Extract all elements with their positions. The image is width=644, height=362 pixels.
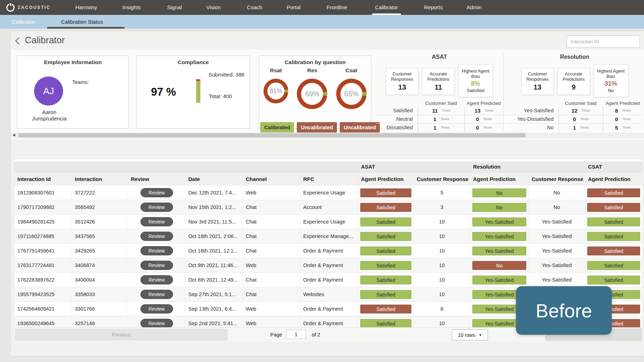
cell-resolution-agent-prediction: Yes-Satisfied (470, 273, 529, 287)
subnav-module-label[interactable]: Calibrator (12, 15, 35, 29)
asat-summary-section: ASAT Customer Responses13Accurate Predic… (376, 53, 503, 134)
compliance-total: Total: 400 (209, 93, 232, 99)
cell-resolution-agent-prediction-chip: Yes-Satisfied (472, 247, 526, 255)
nav-item-signal[interactable]: Signal (167, 0, 182, 15)
cell-review: Review (128, 273, 185, 287)
review-button[interactable]: Review (140, 319, 173, 328)
review-button[interactable]: Review (140, 275, 173, 284)
review-button[interactable]: Review (140, 203, 173, 212)
cell-resolution-agent-prediction: No (470, 186, 529, 200)
teams-label: Teams: (72, 79, 89, 85)
rows-per-page-select[interactable]: 10 rows ▼ (452, 329, 488, 340)
sub-nav: Calibrator Calibration Status (0, 15, 644, 29)
nav-item-portal[interactable]: Portal (287, 0, 300, 15)
review-button[interactable]: Review (140, 188, 173, 197)
cell-asat-agent-prediction: Satisfied (358, 215, 414, 229)
gauge-rsat: Rsat81% (263, 67, 288, 103)
table-row: 17622838976223400004ReviewOct 8th 2021, … (15, 273, 643, 287)
asat-highest-agent-bias: Highest Agent Bias8%Satisfied (458, 64, 493, 97)
before-label: Before (535, 300, 592, 322)
cell-channel: Chat (243, 244, 300, 258)
cell-csat-agent-prediction-chip: Satisfied (587, 247, 640, 255)
avatar: AJ (34, 77, 63, 106)
nav-item-insights[interactable]: Insights (122, 0, 141, 15)
column-header-interaction-id-0: Interaction Id (15, 172, 72, 186)
brand-logo[interactable]: zacoustic (6, 0, 51, 15)
cell-resolution-customer-response: Yes-Satisfied (529, 258, 585, 272)
review-button[interactable]: Review (140, 261, 173, 270)
table-row: 17907172098823565492ReviewNov 15th 2021,… (15, 200, 643, 215)
cell-review: Review (128, 244, 185, 258)
cell-date: Oct 8th 2021, 12:49... (185, 273, 243, 287)
asat-row-value: 0Times (465, 123, 503, 132)
nav-item-reports[interactable]: Reports (424, 0, 443, 15)
page-label: Page (270, 328, 282, 342)
table-header-row: Interaction IdInteractionReviewDateChann… (15, 172, 643, 186)
cell-resolution-agent-prediction: No (470, 200, 529, 214)
review-button[interactable]: Review (140, 232, 173, 241)
table-row: 17631777244813406874ReviewOct 9th 2021, … (15, 258, 643, 273)
review-button[interactable]: Review (140, 304, 173, 313)
review-button[interactable]: Review (140, 290, 173, 299)
gauge-ring-rsat: 81% (263, 79, 288, 103)
nav-item-admin[interactable]: Admin (467, 0, 482, 15)
cell-interaction-id: 1767751459641 (15, 244, 72, 258)
cell-interaction: 3727222 (72, 186, 128, 200)
previous-button[interactable]: Previous (15, 329, 228, 341)
cell-asat-customer-response: 10 (414, 258, 470, 272)
top-nav: zacoustic HarmonyInsightsSignalVisionCoa… (0, 0, 644, 15)
scroll-left-arrow-icon[interactable]: ◀ (12, 133, 15, 137)
review-button[interactable]: Review (140, 217, 173, 226)
resolution-title: Resolution (505, 54, 644, 60)
cell-asat-agent-prediction: Satisfied (358, 186, 414, 200)
column-header-customer-response-9: Customer Response (529, 172, 585, 186)
scrollbar-thumb[interactable] (18, 133, 526, 137)
nav-item-harmony[interactable]: Harmony (76, 0, 97, 15)
cell-csat-agent-prediction: Satisfied (585, 200, 643, 214)
cell-interaction: 3437565 (72, 229, 128, 243)
cell-csat-agent-prediction-chip: Satisfied (587, 261, 640, 270)
cell-asat-agent-prediction: Satisfied (358, 287, 414, 301)
cell-resolution-agent-prediction-chip: No (472, 203, 526, 212)
cell-asat-agent-prediction-chip: Satisfied (360, 261, 411, 270)
cell-resolution-agent-prediction: Yes-Satisfied (470, 215, 529, 229)
cell-interaction: 3400004 (72, 273, 128, 287)
gauge-csat: Csat65% (336, 67, 367, 109)
rows-per-page-value: 10 rows (458, 332, 475, 338)
cell-rfc: Account (300, 200, 358, 214)
cell-review: Review (128, 186, 185, 200)
compliance-submitted: Submitted: 388 (209, 72, 244, 78)
page-of-label: of 2 (312, 328, 320, 342)
review-button[interactable]: Review (140, 246, 173, 255)
interaction-id-input[interactable] (567, 35, 640, 47)
cell-channel: Web (243, 186, 300, 200)
asat-stat-accurate-predictions: Accurate Predictions11 (422, 68, 455, 95)
brand-name: zacoustic (18, 5, 51, 10)
asat-col-agent-predicted: Agent Predicted (465, 100, 503, 107)
cell-review: Review (128, 302, 185, 316)
asat-row-value: 11Times (418, 107, 465, 115)
resolution-row-label: Yes-Dissatisfied (505, 115, 559, 123)
asat-stat-customer-responses: Customer Responses13 (386, 68, 418, 95)
cell-resolution-agent-prediction: Yes-Satisfied (470, 244, 529, 258)
nav-item-vision[interactable]: Vision (206, 0, 221, 15)
cell-asat-customer-response: 10 (414, 215, 470, 229)
cell-resolution-customer-response: Yes-Satisfied (529, 229, 585, 243)
resolution-row-value: 8Times (603, 107, 643, 115)
cell-channel: Chat (243, 273, 300, 287)
cell-csat-agent-prediction: Satisfied (585, 273, 643, 287)
nav-item-calibrator[interactable]: Calibrator (375, 0, 398, 15)
nav-item-frontline[interactable]: Frontline (327, 0, 347, 15)
cards-horizontal-scrollbar[interactable]: ◀ (11, 132, 644, 138)
nav-item-coach[interactable]: Coach (247, 0, 262, 15)
cell-asat-customer-response: 3 (414, 200, 470, 214)
page-number-input[interactable] (286, 330, 306, 339)
cell-interaction-id: 1790717209882 (15, 200, 72, 214)
cell-asat-agent-prediction-chip: Satisfied (360, 276, 411, 284)
table-group-header: ASATResolutionCSAT (15, 162, 643, 172)
gauge-res: Res69% (297, 67, 327, 109)
resolution-row-value: 0Times (559, 115, 603, 123)
before-overlay-badge: Before (516, 286, 612, 335)
cell-interaction-id: 1742564609421 (15, 302, 72, 316)
cell-resolution-agent-prediction: No (470, 258, 529, 272)
